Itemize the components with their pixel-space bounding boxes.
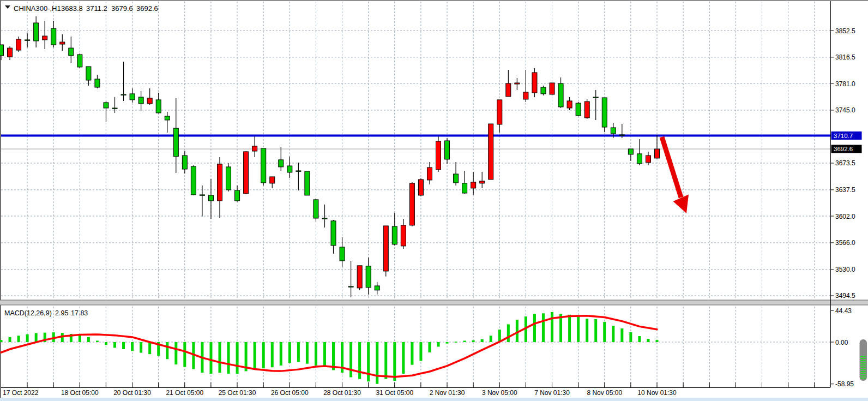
macd-histogram-bar: [306, 342, 309, 364]
macd-histogram-bar: [323, 342, 326, 367]
price-axis-label: 3566.0: [835, 239, 855, 247]
macd-histogram-bar: [419, 342, 422, 361]
price-axis-label: 3673.5: [835, 159, 855, 167]
macd-histogram-bar: [533, 314, 536, 342]
price-axis-label: 3816.5: [835, 53, 855, 61]
macd-histogram-bar: [620, 328, 623, 342]
trading-chart-window: 17 Oct 202218 Oct 05:0020 Oct 01:3021 Oc…: [0, 0, 868, 401]
scrollbar-stripe: [860, 371, 866, 372]
macd-histogram-bar: [9, 337, 11, 342]
bid-price-badge-text: 3692.6: [834, 146, 853, 152]
macd-histogram-bar: [568, 315, 571, 342]
macd-histogram-bar: [280, 342, 282, 366]
macd-histogram-bar: [254, 342, 256, 369]
macd-histogram-bar: [0, 340, 3, 342]
scrollbar-stripe: [860, 362, 866, 363]
macd-histogram-bar: [26, 334, 29, 342]
macd-histogram-bar: [174, 342, 177, 364]
macd-histogram-bar: [446, 342, 449, 344]
window-top-border: [0, 0, 868, 1]
macd-histogram-bar: [638, 336, 641, 342]
right-edge-scrollbar-thumb[interactable]: [860, 339, 867, 381]
scrollbar-stripe: [860, 360, 866, 361]
time-axis-label: 10 Nov 01:30: [637, 389, 677, 397]
macd-histogram-bar: [481, 339, 484, 342]
time-axis-label: 17 Oct 2022: [3, 389, 39, 397]
scrollbar-stripe: [860, 356, 866, 357]
macd-histogram-bar: [262, 342, 265, 368]
macd-histogram-bar: [122, 342, 125, 349]
time-axis-label: 20 Oct 01:30: [113, 389, 151, 397]
window-bottom-strip: [0, 398, 868, 401]
scrollbar-stripe: [860, 358, 866, 359]
scrollbar-stripe: [860, 375, 866, 376]
macd-histogram-bar: [428, 342, 431, 352]
panel-splitter[interactable]: [0, 300, 868, 305]
time-axis-label: 18 Oct 05:00: [61, 389, 99, 397]
macd-histogram-bar: [402, 342, 405, 374]
macd-histogram-bar: [507, 324, 510, 342]
time-axis-label: 2 Nov 01:30: [430, 389, 465, 397]
scrollbar-stripe: [860, 373, 866, 374]
macd-histogram-bar: [140, 342, 142, 353]
macd-histogram-bar: [393, 342, 396, 381]
macd-histogram-bar: [647, 339, 649, 342]
macd-axis-label: 44.43: [835, 307, 852, 315]
macd-histogram-bar: [17, 336, 20, 342]
time-axis-label: 26 Oct 05:00: [271, 389, 309, 397]
macd-histogram-bar: [219, 342, 221, 373]
macd-histogram-bar: [166, 342, 168, 359]
macd-histogram-bar: [271, 342, 274, 367]
price-axis-label: 3637.5: [835, 186, 855, 194]
macd-histogram-bar: [367, 342, 370, 381]
macd-main-value: 2.95: [55, 309, 68, 317]
price-axis-label: 3602.0: [835, 213, 855, 220]
macd-histogram-bar: [411, 342, 413, 365]
scrollbar-stripe: [860, 367, 866, 368]
macd-histogram-bar: [542, 313, 545, 342]
macd-histogram-bar: [35, 333, 38, 342]
macd-histogram-bar: [437, 342, 440, 346]
time-axis-label: 25 Oct 01:30: [219, 389, 256, 397]
macd-histogram-bar: [131, 342, 134, 351]
macd-histogram-bar: [227, 342, 230, 374]
macd-axis-label: -58.95: [835, 380, 854, 388]
macd-histogram-bar: [455, 342, 457, 343]
macd-histogram-bar: [629, 332, 632, 342]
macd-histogram-bar: [96, 340, 99, 342]
macd-histogram-bar: [87, 337, 90, 342]
macd-histogram-bar: [577, 317, 580, 342]
macd-histogram-bar: [472, 340, 475, 342]
price-axis-label: 3781.0: [835, 80, 855, 88]
macd-histogram-bar: [490, 336, 492, 342]
macd-signal-value: 17.83: [71, 309, 88, 317]
macd-histogram-bar: [183, 342, 186, 367]
macd-histogram-bar: [612, 326, 614, 342]
price-axis-label: 3852.5: [835, 27, 855, 35]
macd-histogram-bar: [209, 342, 212, 374]
chart-plot-area[interactable]: [1, 1, 830, 300]
price-axis-label: 3530.0: [835, 266, 855, 273]
macd-histogram-bar: [288, 342, 291, 363]
hline-price-badge-text: 3710.7: [834, 133, 853, 139]
time-axis-label: 21 Oct 05:00: [166, 389, 203, 397]
price-axis-label: 3494.5: [835, 292, 855, 300]
scrollbar-stripe: [860, 369, 866, 370]
macd-indicator-label: MACD(12,26,9): [4, 309, 52, 317]
macd-histogram-bar: [315, 342, 317, 366]
time-axis-label: 8 Nov 05:00: [587, 389, 622, 397]
macd-histogram-bar: [113, 342, 116, 348]
macd-histogram-bar: [463, 340, 466, 342]
macd-histogram-bar: [297, 342, 300, 362]
scrollbar-stripe: [860, 378, 866, 379]
scrollbar-stripe: [860, 364, 866, 366]
macd-histogram-bar: [148, 342, 151, 354]
macd-axis-label: 0.00: [835, 339, 848, 346]
macd-histogram-bar: [551, 312, 553, 342]
price-axis-label: 3745.0: [835, 106, 855, 114]
time-axis-label: 7 Nov 01:30: [534, 389, 570, 397]
macd-histogram-bar: [594, 319, 597, 342]
time-axis-label: 31 Oct 05:00: [376, 389, 413, 397]
macd-histogram-bar: [516, 320, 519, 342]
time-axis-label: 28 Oct 01:30: [323, 389, 361, 397]
